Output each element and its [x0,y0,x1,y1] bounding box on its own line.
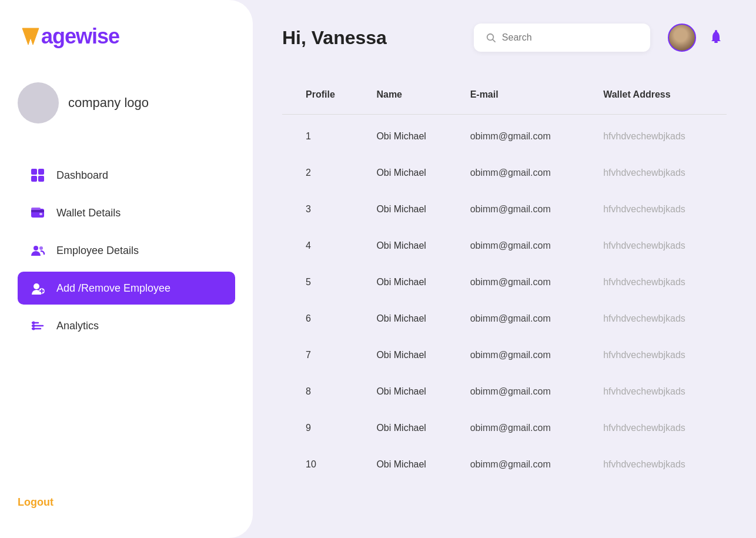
row-email: obimm@gmail.com [459,231,592,260]
svg-point-12 [34,283,39,289]
row-name: Obi Michael [364,304,458,333]
table-row: 10Obi Michaelobimm@gmail.comhfvhdvechewb… [282,450,727,479]
sidebar-item-dashboard[interactable]: Dashboard [18,159,235,192]
row-email: obimm@gmail.com [459,413,592,443]
wallet-icon [29,205,46,221]
row-number: 2 [282,158,364,188]
nav-items: Dashboard Wallet Details [18,159,235,490]
row-number: 9 [282,413,364,443]
row-name: Obi Michael [364,377,458,406]
sidebar: agewise company logo Dashboard [0,0,253,538]
table-row: 8Obi Michaelobimm@gmail.comhfvhdvechewbj… [282,377,727,406]
row-email: obimm@gmail.com [459,377,592,406]
svg-rect-24 [714,41,718,43]
row-email: obimm@gmail.com [459,195,592,224]
avatar-image [669,25,695,51]
row-email: obimm@gmail.com [459,304,592,333]
row-wallet: hfvhdvechewbjkads [591,450,727,479]
row-email: obimm@gmail.com [459,450,592,479]
sidebar-item-analytics[interactable]: Analytics [18,309,235,342]
table-header-row: Profile Name E-mail Wallet Address [282,82,727,107]
svg-rect-5 [38,176,44,182]
col-name: Name [364,82,458,107]
table-row: 1Obi Michaelobimm@gmail.comhfvhdvechewbj… [282,122,727,151]
dashboard-label: Dashboard [56,169,108,182]
svg-rect-2 [31,169,37,175]
row-email: obimm@gmail.com [459,268,592,297]
row-wallet: hfvhdvechewbjkads [591,158,727,188]
company-logo-area: company logo [18,82,235,123]
search-icon [486,32,496,44]
row-number: 8 [282,377,364,406]
company-logo-circle [18,82,59,123]
sidebar-item-wallet-details[interactable]: Wallet Details [18,196,235,229]
row-wallet: hfvhdvechewbjkads [591,195,727,224]
avatar [668,24,696,52]
employee-table-container: Profile Name E-mail Wallet Address 1Obi … [282,75,727,514]
logo-area: agewise [18,24,235,53]
row-name: Obi Michael [364,158,458,188]
row-number: 1 [282,122,364,151]
sidebar-item-add-remove-employee[interactable]: Add /Remove Employee [18,272,235,305]
table-row: 5Obi Michaelobimm@gmail.comhfvhdvechewbj… [282,268,727,297]
col-wallet: Wallet Address [591,82,727,107]
search-box[interactable] [474,24,650,52]
row-name: Obi Michael [364,231,458,260]
svg-rect-9 [31,208,41,210]
row-wallet: hfvhdvechewbjkads [591,413,727,443]
row-name: Obi Michael [364,122,458,151]
add-remove-employee-label: Add /Remove Employee [56,282,170,295]
table-row: 7Obi Michaelobimm@gmail.comhfvhdvechewbj… [282,340,727,370]
search-input[interactable] [502,32,638,43]
svg-point-25 [715,30,717,32]
sidebar-item-employee-details[interactable]: Employee Details [18,234,235,267]
svg-point-10 [34,246,38,250]
svg-point-19 [32,325,35,328]
row-number: 6 [282,304,364,333]
analytics-icon [29,318,46,334]
greeting-text: Hi, Vanessa [282,27,456,49]
main-content: Hi, Vanessa [253,0,756,538]
employee-details-icon [29,242,46,259]
svg-rect-4 [31,176,37,182]
svg-point-21 [32,328,35,330]
row-name: Obi Michael [364,413,458,443]
dashboard-icon [29,167,46,183]
row-number: 7 [282,340,364,370]
table-row: 2Obi Michaelobimm@gmail.comhfvhdvechewbj… [282,158,727,188]
row-wallet: hfvhdvechewbjkads [591,377,727,406]
row-wallet: hfvhdvechewbjkads [591,340,727,370]
svg-line-23 [493,39,495,42]
employee-details-label: Employee Details [56,245,139,257]
table-body: 1Obi Michaelobimm@gmail.comhfvhdvechewbj… [282,122,727,479]
col-profile: Profile [282,82,364,107]
table-row: 6Obi Michaelobimm@gmail.comhfvhdvechewbj… [282,304,727,333]
logout-button[interactable]: Logout [18,490,235,514]
row-number: 3 [282,195,364,224]
svg-point-11 [39,246,43,250]
header-icons [668,24,727,52]
wallet-details-label: Wallet Details [56,207,121,219]
row-wallet: hfvhdvechewbjkads [591,122,727,151]
row-wallet: hfvhdvechewbjkads [591,268,727,297]
row-number: 5 [282,268,364,297]
row-number: 4 [282,231,364,260]
row-number: 10 [282,450,364,479]
header: Hi, Vanessa [282,24,727,52]
row-wallet: hfvhdvechewbjkads [591,304,727,333]
analytics-label: Analytics [56,320,99,332]
svg-marker-0 [22,28,39,45]
table-row: 3Obi Michaelobimm@gmail.comhfvhdvechewbj… [282,195,727,224]
table-row: 9Obi Michaelobimm@gmail.comhfvhdvechewbj… [282,413,727,443]
row-email: obimm@gmail.com [459,158,592,188]
add-remove-icon [29,280,46,296]
row-wallet: hfvhdvechewbjkads [591,231,727,260]
bell-icon[interactable] [705,27,727,48]
svg-rect-3 [38,169,44,175]
row-name: Obi Michael [364,195,458,224]
col-email: E-mail [459,82,592,107]
svg-point-20 [32,322,35,325]
row-email: obimm@gmail.com [459,340,592,370]
svg-rect-7 [31,210,44,212]
logo: agewise [18,24,119,53]
